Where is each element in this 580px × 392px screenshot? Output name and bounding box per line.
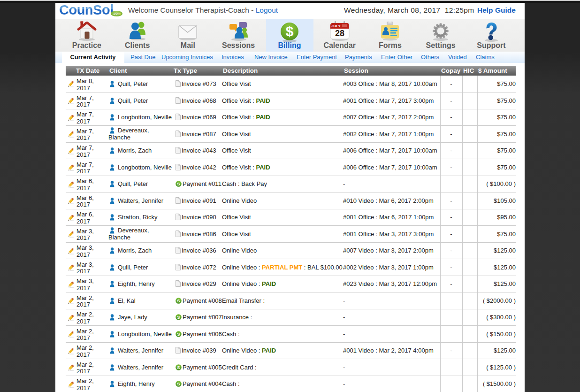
svg-text:$: $	[286, 23, 294, 39]
svg-text:28: 28	[335, 29, 344, 38]
svg-text:JULY: JULY	[331, 24, 341, 28]
